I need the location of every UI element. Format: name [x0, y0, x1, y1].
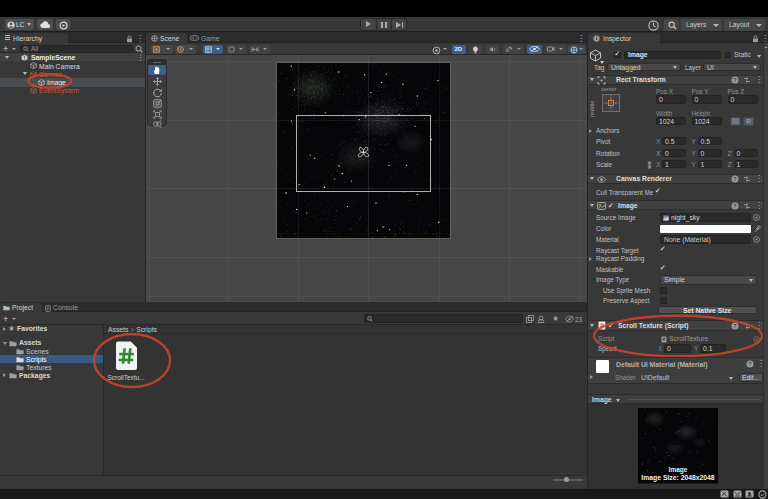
svg-text:R: R [746, 117, 751, 124]
